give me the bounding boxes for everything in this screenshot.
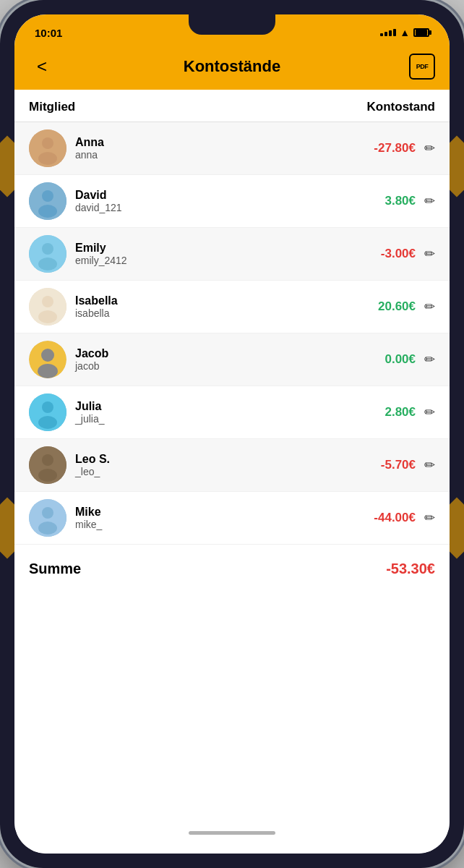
svg-point-14 bbox=[38, 364, 58, 378]
edit-icon[interactable]: ✏ bbox=[424, 404, 435, 420]
avatar bbox=[29, 499, 66, 537]
member-username: isabella bbox=[75, 307, 378, 320]
col-header-kontostand: Kontostand bbox=[367, 100, 435, 114]
avatar bbox=[29, 341, 66, 378]
avatar bbox=[29, 288, 66, 326]
svg-point-23 bbox=[38, 522, 57, 535]
member-balance: 3.80€ bbox=[384, 194, 416, 208]
member-username: emily_2412 bbox=[75, 255, 381, 267]
summe-label: Summe bbox=[29, 561, 81, 577]
member-username: _leo_ bbox=[75, 466, 381, 478]
svg-point-16 bbox=[42, 401, 53, 413]
app-header: < Kontostände PDF bbox=[14, 46, 450, 90]
phone-frame: 10:01 ▲ < Kontostände PDF bbox=[0, 0, 464, 868]
member-list: Anna anna -27.80€ ✏ David david_121 3.80… bbox=[14, 122, 450, 545]
member-name: Anna bbox=[75, 135, 374, 149]
table-row: Emily emily_2412 -3.00€ ✏ bbox=[14, 228, 450, 281]
svg-point-1 bbox=[42, 137, 53, 149]
table-row: Leo S. _leo_ -5.70€ ✏ bbox=[14, 439, 450, 492]
member-name: Julia bbox=[75, 399, 384, 413]
avatar bbox=[29, 393, 66, 431]
svg-point-5 bbox=[38, 205, 57, 218]
member-balance: -3.00€ bbox=[381, 247, 416, 261]
edit-icon[interactable]: ✏ bbox=[424, 246, 435, 262]
svg-point-13 bbox=[41, 349, 54, 362]
svg-point-17 bbox=[38, 416, 57, 429]
member-balance: 2.80€ bbox=[384, 405, 416, 420]
member-info: Anna anna bbox=[75, 135, 374, 161]
pdf-icon-label: PDF bbox=[416, 63, 429, 70]
status-time: 10:01 bbox=[35, 27, 62, 39]
member-name: Emily bbox=[75, 241, 381, 255]
member-name: David bbox=[75, 188, 384, 202]
member-name: Mike bbox=[75, 505, 374, 519]
member-info: David david_121 bbox=[75, 188, 384, 214]
table-row: Anna anna -27.80€ ✏ bbox=[14, 122, 450, 175]
status-icons: ▲ bbox=[380, 27, 429, 38]
summe-value: -53.30€ bbox=[386, 561, 435, 577]
edit-icon[interactable]: ✏ bbox=[424, 140, 435, 156]
member-balance: 0.00€ bbox=[384, 352, 416, 367]
member-name: Leo S. bbox=[75, 452, 381, 466]
member-name: Isabella bbox=[75, 294, 378, 307]
member-info: Emily emily_2412 bbox=[75, 241, 381, 267]
avatar bbox=[29, 182, 66, 220]
notch bbox=[189, 14, 275, 35]
col-header-mitglied: Mitglied bbox=[29, 100, 75, 114]
svg-point-4 bbox=[42, 190, 53, 202]
table-header: Mitglied Kontostand bbox=[14, 90, 450, 122]
member-balance: 20.60€ bbox=[378, 299, 416, 314]
svg-point-10 bbox=[42, 296, 53, 307]
table-row: David david_121 3.80€ ✏ bbox=[14, 175, 450, 228]
member-username: anna bbox=[75, 149, 374, 161]
svg-point-20 bbox=[38, 469, 57, 482]
member-username: mike_ bbox=[75, 519, 374, 531]
avatar bbox=[29, 446, 66, 484]
table-row: Julia _julia_ 2.80€ ✏ bbox=[14, 386, 450, 439]
edit-icon[interactable]: ✏ bbox=[424, 510, 435, 526]
svg-point-19 bbox=[42, 454, 53, 466]
member-username: _julia_ bbox=[75, 413, 384, 425]
wifi-icon: ▲ bbox=[400, 27, 410, 38]
avatar bbox=[29, 129, 66, 167]
svg-point-2 bbox=[38, 152, 57, 165]
signal-icon bbox=[380, 29, 396, 36]
member-info: Julia _julia_ bbox=[75, 399, 384, 425]
member-info: Jacob jacob bbox=[75, 346, 384, 373]
back-button[interactable]: < bbox=[29, 56, 55, 77]
svg-point-22 bbox=[42, 507, 53, 519]
summe-row: Summe -53.30€ bbox=[14, 545, 450, 593]
edit-icon[interactable]: ✏ bbox=[424, 457, 435, 473]
edit-icon[interactable]: ✏ bbox=[424, 299, 435, 315]
member-name: Jacob bbox=[75, 346, 384, 360]
pdf-button[interactable]: PDF bbox=[409, 54, 435, 80]
member-balance: -44.00€ bbox=[374, 511, 416, 525]
table-row: Mike mike_ -44.00€ ✏ bbox=[14, 492, 450, 545]
member-username: david_121 bbox=[75, 202, 384, 214]
avatar bbox=[29, 235, 66, 273]
content-area: Mitglied Kontostand Anna anna -27.80€ ✏ bbox=[14, 90, 450, 854]
home-indicator bbox=[189, 831, 275, 835]
member-username: jacob bbox=[75, 360, 384, 373]
phone-screen: 10:01 ▲ < Kontostände PDF bbox=[14, 14, 450, 854]
svg-point-8 bbox=[38, 258, 57, 271]
member-balance: -27.80€ bbox=[374, 141, 416, 156]
edit-icon[interactable]: ✏ bbox=[424, 352, 435, 367]
member-info: Leo S. _leo_ bbox=[75, 452, 381, 478]
svg-point-7 bbox=[42, 243, 53, 255]
member-balance: -5.70€ bbox=[381, 458, 416, 472]
table-row: Isabella isabella 20.60€ ✏ bbox=[14, 281, 450, 333]
svg-point-11 bbox=[38, 310, 57, 323]
page-title: Kontostände bbox=[55, 57, 409, 76]
member-info: Mike mike_ bbox=[75, 505, 374, 531]
member-info: Isabella isabella bbox=[75, 294, 378, 320]
table-row: Jacob jacob 0.00€ ✏ bbox=[14, 333, 450, 386]
edit-icon[interactable]: ✏ bbox=[424, 193, 435, 209]
battery-icon bbox=[413, 28, 429, 37]
